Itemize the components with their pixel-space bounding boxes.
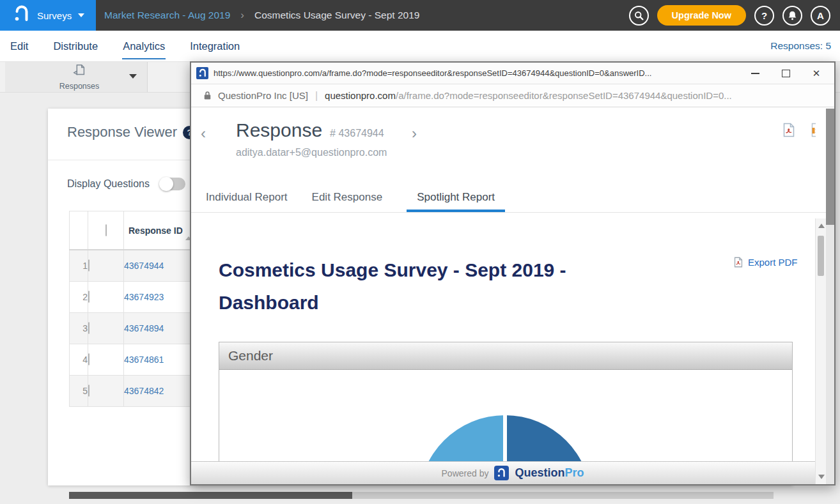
responses-tool-button[interactable]: Responses xyxy=(5,62,148,92)
powered-by-label: Powered by xyxy=(442,468,489,478)
row-checkbox[interactable] xyxy=(88,322,89,334)
row-checkbox[interactable] xyxy=(88,385,89,397)
help-button[interactable]: ? xyxy=(754,6,774,26)
row-checkbox-cell xyxy=(88,376,124,407)
bell-icon xyxy=(788,10,797,20)
horizontal-scrollbar-thumb[interactable] xyxy=(69,492,352,499)
respondent-email: aditya.datar+5@questionpro.com xyxy=(236,147,387,158)
questionpro-favicon-icon xyxy=(196,67,208,79)
breadcrumb: Market Research - Aug 2019 › Cosmetics U… xyxy=(104,0,419,31)
row-checkbox[interactable] xyxy=(88,291,89,303)
row-checkbox-cell xyxy=(88,313,124,344)
export-pdf-icon xyxy=(733,257,743,268)
popup-addressbar[interactable]: QuestionPro Inc [US] | questionpro.com /… xyxy=(191,84,834,107)
questionpro-logo-icon xyxy=(14,4,29,26)
export-pdf-label: Export PDF xyxy=(748,257,798,268)
chevron-down-icon xyxy=(78,13,84,17)
tab-edit[interactable]: Edit xyxy=(10,40,29,52)
questionpro-footer-logo-icon xyxy=(494,466,509,480)
tab-spotlight-report[interactable]: Spotlight Report xyxy=(407,182,505,212)
response-title: Response xyxy=(236,119,322,141)
close-button[interactable]: ✕ xyxy=(801,63,832,84)
gender-chart-area xyxy=(219,370,792,462)
pdf-icon xyxy=(782,123,796,137)
responses-doc-icon xyxy=(72,63,87,79)
avatar[interactable]: A xyxy=(811,6,830,26)
tab-individual-report[interactable]: Individual Report xyxy=(206,182,288,212)
scroll-up-arrow-icon[interactable] xyxy=(818,224,825,228)
response-id-column-label: Response ID xyxy=(124,225,183,236)
certificate-label[interactable]: QuestionPro Inc [US] xyxy=(218,90,308,101)
row-number: 1 xyxy=(70,250,88,282)
row-checkbox-cell xyxy=(88,344,124,376)
search-icon xyxy=(634,10,644,21)
display-questions-label: Display Questions xyxy=(67,178,150,190)
gender-section-header: Gender xyxy=(219,342,792,370)
row-checkbox-cell xyxy=(88,250,124,282)
tab-integration[interactable]: Integration xyxy=(189,40,240,52)
popup-vertical-scrollbar[interactable] xyxy=(826,109,834,484)
report-tabs: Individual Report Edit Response Spotligh… xyxy=(191,182,826,213)
survey-nav: Edit Distribute Analytics Integration Re… xyxy=(0,31,840,61)
next-response-button[interactable]: › xyxy=(412,126,417,141)
search-button[interactable] xyxy=(629,6,649,26)
address-divider: | xyxy=(315,90,318,102)
tab-edit-response[interactable]: Edit Response xyxy=(312,182,383,212)
maximize-button[interactable] xyxy=(770,63,801,84)
select-all-checkbox[interactable] xyxy=(105,224,107,236)
table-horizontal-scrollbar[interactable] xyxy=(69,492,774,499)
header-checkbox-cell xyxy=(88,211,124,250)
row-checkbox[interactable] xyxy=(88,353,89,365)
address-path[interactable]: /a/frame.do?mode=responseeditor&response… xyxy=(396,90,732,101)
popup-title-url: https://www.questionpro.com/a/frame.do?m… xyxy=(214,68,651,78)
wordmark-question: Question xyxy=(515,466,564,479)
row-number: 5 xyxy=(70,376,88,407)
response-id-label: # 43674944 xyxy=(330,128,384,139)
upgrade-now-button[interactable]: Upgrade Now xyxy=(657,5,746,26)
page-title: Response Viewer xyxy=(67,124,177,141)
response-editor-popup: https://www.questionpro.com/a/frame.do?m… xyxy=(190,61,836,485)
breadcrumb-separator-icon: › xyxy=(240,9,244,22)
notifications-button[interactable] xyxy=(782,6,802,26)
address-domain[interactable]: questionpro.com xyxy=(325,90,396,101)
spotlight-report: Cosmetics Usage Survey - Sept 2019 - Das… xyxy=(191,213,826,462)
export-doc-icon-partial[interactable] xyxy=(810,123,816,140)
surveys-menu[interactable]: Surveys xyxy=(0,0,96,31)
report-title: Cosmetics Usage Survey - Sept 2019 - Das… xyxy=(219,254,634,319)
export-pdf-link[interactable]: Export PDF xyxy=(733,257,798,268)
responses-dropdown-icon[interactable] xyxy=(129,74,137,79)
gender-section: Gender xyxy=(219,342,793,462)
popup-content: ‹ Response # 43674944 › aditya.datar+5@q… xyxy=(191,109,834,484)
wordmark-pro: Pro xyxy=(564,466,584,479)
top-navbar: Surveys Market Research - Aug 2019 › Cos… xyxy=(0,0,840,31)
questionpro-wordmark: QuestionPro xyxy=(515,466,584,480)
responses-tool-label: Responses xyxy=(42,82,116,91)
previous-response-button[interactable]: ‹ xyxy=(201,126,206,141)
tab-distribute[interactable]: Distribute xyxy=(52,40,98,52)
popup-titlebar[interactable]: https://www.questionpro.com/a/frame.do?m… xyxy=(191,63,834,84)
responses-count: Responses: 5 xyxy=(770,31,831,61)
header-num-cell xyxy=(70,211,88,250)
breadcrumb-current: Cosmetics Usage Survey - Sept 2019 xyxy=(254,10,419,21)
minimize-icon xyxy=(751,73,759,74)
minimize-button[interactable] xyxy=(740,63,770,84)
lock-icon xyxy=(203,91,212,100)
breadcrumb-parent-link[interactable]: Market Research - Aug 2019 xyxy=(104,10,230,21)
display-questions-toggle[interactable] xyxy=(161,178,185,190)
popup-scrollbar-thumb[interactable] xyxy=(826,109,834,225)
scroll-down-arrow-icon[interactable] xyxy=(818,475,825,479)
tab-analytics[interactable]: Analytics xyxy=(122,40,166,52)
popup-footer: Powered by QuestionPro xyxy=(191,461,834,484)
download-pdf-button[interactable] xyxy=(782,123,796,140)
response-header: ‹ Response # 43674944 › aditya.datar+5@q… xyxy=(191,109,826,182)
report-scrollbar-thumb[interactable] xyxy=(818,236,824,276)
maximize-icon xyxy=(782,70,790,77)
topbar-actions: Upgrade Now ? A xyxy=(629,0,830,31)
report-vertical-scrollbar[interactable] xyxy=(815,218,826,484)
row-checkbox-cell xyxy=(88,282,124,313)
gender-pie xyxy=(419,415,591,462)
row-number: 2 xyxy=(70,282,88,313)
toggle-knob xyxy=(159,177,173,191)
row-checkbox[interactable] xyxy=(88,259,89,271)
row-number: 4 xyxy=(70,344,88,376)
